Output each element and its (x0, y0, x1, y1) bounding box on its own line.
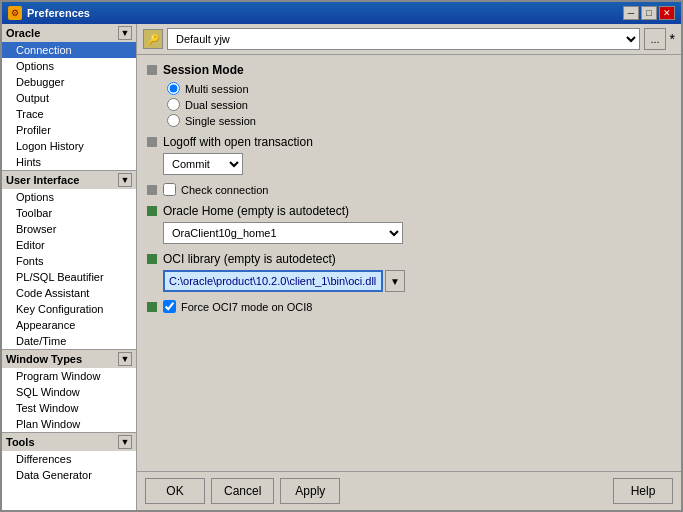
sidebar-item-fonts[interactable]: Fonts (2, 253, 136, 269)
sidebar-item-browser[interactable]: Browser (2, 221, 136, 237)
profile-icon: 🔑 (143, 29, 163, 49)
oracle-section-label: Oracle (6, 27, 40, 39)
logoff-label: Logoff with open transaction (163, 135, 671, 149)
tools-section-header: Tools ▼ (2, 432, 136, 451)
apply-button[interactable]: Apply (280, 478, 340, 504)
tools-section-label: Tools (6, 436, 35, 448)
minimize-button[interactable]: ─ (623, 6, 639, 20)
force-oci-section: Force OCI7 mode on OCI8 (147, 300, 671, 313)
sidebar-item-key-configuration[interactable]: Key Configuration (2, 301, 136, 317)
radio-group: Multi session Dual session Single sessio… (167, 82, 671, 127)
sidebar-item-data-generator[interactable]: Data Generator (2, 467, 136, 483)
check-connection-indicator (147, 185, 157, 195)
sidebar-item-plsql-beautifier[interactable]: PL/SQL Beautifier (2, 269, 136, 285)
toolbar-star: * (670, 31, 675, 47)
sidebar-item-plan-window[interactable]: Plan Window (2, 416, 136, 432)
check-connection-input[interactable] (163, 183, 176, 196)
radio-dual-input[interactable] (167, 98, 180, 111)
oracle-home-indicator (147, 206, 157, 216)
oci-input[interactable] (163, 270, 383, 292)
tools-section-toggle[interactable]: ▼ (118, 435, 132, 449)
logoff-body: Logoff with open transaction Commit Roll… (163, 135, 671, 175)
check-connection-body: Check connection (163, 183, 671, 196)
main-content: Oracle ▼ Connection Options Debugger Out… (2, 24, 681, 510)
sidebar-item-program-window[interactable]: Program Window (2, 368, 136, 384)
sidebar-item-test-window[interactable]: Test Window (2, 400, 136, 416)
ui-section-toggle[interactable]: ▼ (118, 173, 132, 187)
commit-row: Commit Rollback Ask (163, 153, 671, 175)
window-section-header: Window Types ▼ (2, 349, 136, 368)
oci-label: OCI library (empty is autodetect) (163, 252, 671, 266)
radio-single-label: Single session (185, 115, 256, 127)
sidebar-item-connection[interactable]: Connection (2, 42, 136, 58)
close-button[interactable]: ✕ (659, 6, 675, 20)
radio-single-session[interactable]: Single session (167, 114, 671, 127)
window-section-label: Window Types (6, 353, 82, 365)
sidebar-item-sql-window[interactable]: SQL Window (2, 384, 136, 400)
app-icon: ⚙ (8, 6, 22, 20)
radio-dual-session[interactable]: Dual session (167, 98, 671, 111)
sidebar-item-output[interactable]: Output (2, 90, 136, 106)
force-oci-input[interactable] (163, 300, 176, 313)
sidebar-item-ui-options[interactable]: Options (2, 189, 136, 205)
oci-indicator (147, 254, 157, 264)
sidebar-item-differences[interactable]: Differences (2, 451, 136, 467)
radio-multi-label: Multi session (185, 83, 249, 95)
sidebar-item-trace[interactable]: Trace (2, 106, 136, 122)
sidebar: Oracle ▼ Connection Options Debugger Out… (2, 24, 137, 510)
force-oci-indicator (147, 302, 157, 312)
right-panel: 🔑 Default yjw ... * Session Mode (137, 24, 681, 510)
sidebar-item-appearance[interactable]: Appearance (2, 317, 136, 333)
logoff-section: Logoff with open transaction Commit Roll… (147, 135, 671, 175)
ui-section-label: User Interface (6, 174, 79, 186)
oracle-home-body: Oracle Home (empty is autodetect) OraCli… (163, 204, 671, 244)
help-button[interactable]: Help (613, 478, 673, 504)
force-oci-body: Force OCI7 mode on OCI8 (163, 300, 671, 313)
radio-dual-label: Dual session (185, 99, 248, 111)
maximize-button[interactable]: □ (641, 6, 657, 20)
check-connection-label: Check connection (181, 184, 268, 196)
oracle-section-header: Oracle ▼ (2, 24, 136, 42)
force-oci-checkbox-row[interactable]: Force OCI7 mode on OCI8 (163, 300, 671, 313)
sidebar-item-logon-history[interactable]: Logon History (2, 138, 136, 154)
oci-dropdown-button[interactable]: ▼ (385, 270, 405, 292)
check-connection-section: Check connection (147, 183, 671, 196)
sidebar-item-options[interactable]: Options (2, 58, 136, 74)
sidebar-item-code-assistant[interactable]: Code Assistant (2, 285, 136, 301)
title-bar: ⚙ Preferences ─ □ ✕ (2, 2, 681, 24)
oci-section: OCI library (empty is autodetect) ▼ (147, 252, 671, 292)
oci-row: ▼ (163, 270, 671, 292)
radio-multi-session[interactable]: Multi session (167, 82, 671, 95)
radio-multi-input[interactable] (167, 82, 180, 95)
sidebar-item-toolbar[interactable]: Toolbar (2, 205, 136, 221)
ui-section-header: User Interface ▼ (2, 170, 136, 189)
ok-button[interactable]: OK (145, 478, 205, 504)
oracle-home-select[interactable]: OraClient10g_home1 (163, 222, 403, 244)
sidebar-item-profiler[interactable]: Profiler (2, 122, 136, 138)
preferences-window: ⚙ Preferences ─ □ ✕ Oracle ▼ Connection … (0, 0, 683, 512)
commit-select[interactable]: Commit Rollback Ask (163, 153, 243, 175)
window-section-toggle[interactable]: ▼ (118, 352, 132, 366)
session-mode-section: Session Mode Multi session Dual session (147, 63, 671, 127)
bottom-left-buttons: OK Cancel Apply (145, 478, 340, 504)
cancel-button[interactable]: Cancel (211, 478, 274, 504)
radio-single-input[interactable] (167, 114, 180, 127)
sidebar-item-datetime[interactable]: Date/Time (2, 333, 136, 349)
bottom-bar: OK Cancel Apply Help (137, 471, 681, 510)
session-mode-title: Session Mode (163, 63, 671, 77)
session-mode-body: Session Mode Multi session Dual session (163, 63, 671, 127)
profile-select[interactable]: Default yjw (167, 28, 640, 50)
oracle-section-toggle[interactable]: ▼ (118, 26, 132, 40)
logoff-indicator (147, 137, 157, 147)
check-connection-checkbox-row[interactable]: Check connection (163, 183, 671, 196)
window-title: Preferences (27, 7, 90, 19)
oci-body: OCI library (empty is autodetect) ▼ (163, 252, 671, 292)
force-oci-label: Force OCI7 mode on OCI8 (181, 301, 312, 313)
sidebar-item-hints[interactable]: Hints (2, 154, 136, 170)
content-area: Session Mode Multi session Dual session (137, 55, 681, 471)
sidebar-item-debugger[interactable]: Debugger (2, 74, 136, 90)
toolbar-dots-button[interactable]: ... (644, 28, 665, 50)
sidebar-item-editor[interactable]: Editor (2, 237, 136, 253)
oracle-home-section: Oracle Home (empty is autodetect) OraCli… (147, 204, 671, 244)
oracle-home-label: Oracle Home (empty is autodetect) (163, 204, 671, 218)
